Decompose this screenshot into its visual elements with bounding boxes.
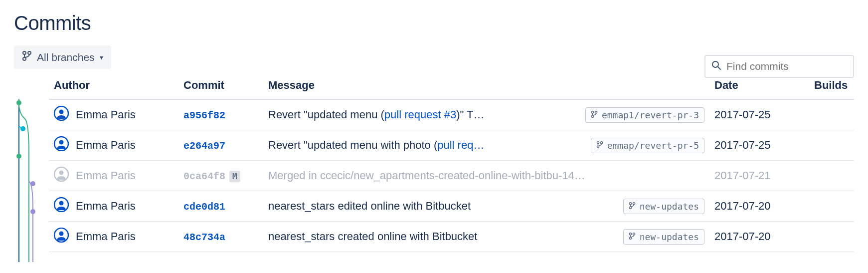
column-header-builds[interactable]: Builds: [809, 73, 854, 99]
commit-hash-link[interactable]: 48c734a: [183, 232, 225, 243]
branch-tag[interactable]: new-updates: [623, 199, 704, 214]
avatar-icon: [54, 197, 69, 215]
commit-hash-link[interactable]: e264a97: [183, 140, 225, 152]
commit-message-text[interactable]: Revert "updated menu (: [268, 108, 384, 121]
chevron-down-icon: ▾: [100, 53, 103, 61]
svg-point-8: [30, 181, 35, 186]
branch-icon: [22, 50, 32, 64]
svg-point-26: [629, 207, 631, 209]
commit-hash-link[interactable]: a956f82: [183, 110, 225, 121]
commit-message-text[interactable]: Revert "updated menu with photo (: [268, 139, 437, 151]
search-icon: [711, 60, 721, 72]
author-name[interactable]: Emma Paris: [76, 230, 136, 243]
branch-icon: [629, 232, 636, 242]
commit-message-text[interactable]: Merged in ccecic/new_apartments-created-…: [268, 169, 585, 182]
column-header-date[interactable]: Date: [709, 73, 809, 99]
commit-hash-link[interactable]: cde0d81: [183, 201, 225, 213]
search-input[interactable]: [725, 60, 847, 73]
avatar-icon: [54, 228, 69, 246]
author-name[interactable]: Emma Paris: [76, 169, 136, 182]
author-name[interactable]: Emma Paris: [76, 108, 136, 121]
commit-date: 2017-07-25: [714, 139, 771, 151]
commit-message-text[interactable]: nearest_stars created online with Bitbuc…: [268, 230, 477, 243]
svg-point-29: [629, 233, 631, 235]
avatar-icon: [54, 106, 69, 124]
builds-cell: [809, 191, 854, 222]
svg-point-5: [16, 100, 21, 105]
builds-cell: [809, 99, 854, 130]
svg-point-17: [597, 141, 599, 143]
branch-tag[interactable]: new-updates: [623, 229, 704, 245]
svg-point-19: [597, 146, 599, 148]
branch-tag-label: new-updates: [640, 201, 699, 212]
svg-point-0: [23, 51, 26, 54]
branch-icon: [591, 110, 598, 120]
merge-badge: M: [229, 171, 240, 182]
pull-request-link[interactable]: pull request #3: [384, 108, 456, 121]
svg-point-6: [20, 126, 25, 131]
svg-point-28: [59, 232, 64, 236]
branch-icon: [596, 140, 603, 151]
svg-point-21: [59, 171, 64, 175]
branch-tag-label: emmap/revert-pr-5: [607, 140, 699, 151]
commit-hash-link[interactable]: 0ca64f8: [183, 171, 225, 182]
table-row: Emma Paris e264a97Revert "updated menu w…: [49, 130, 854, 161]
avatar-icon: [54, 136, 69, 154]
branch-selector-label: All branches: [37, 51, 95, 63]
branch-icon: [629, 201, 636, 212]
commits-table: Author Commit Message Date Builds Emma P…: [49, 73, 854, 252]
author-name[interactable]: Emma Paris: [76, 139, 136, 152]
svg-point-18: [600, 141, 602, 143]
pull-request-link[interactable]: pull req…: [437, 139, 484, 151]
svg-point-30: [633, 233, 635, 235]
branch-tag[interactable]: emmap1/revert-pr-3: [585, 107, 704, 123]
page-title: Commits: [14, 12, 854, 34]
author-name[interactable]: Emma Paris: [76, 200, 136, 213]
svg-point-11: [59, 110, 64, 114]
table-row: Emma Paris 48c734anearest_stars created …: [49, 222, 854, 252]
table-row: Emma Paris cde0d81nearest_stars edited o…: [49, 191, 854, 222]
commit-graph: [14, 73, 49, 252]
svg-point-16: [59, 140, 64, 145]
builds-cell: [809, 222, 854, 252]
svg-point-23: [59, 201, 64, 206]
column-header-author[interactable]: Author: [49, 73, 178, 99]
svg-point-9: [30, 209, 35, 214]
builds-cell: [809, 161, 854, 191]
commit-date: 2017-07-21: [714, 169, 771, 182]
svg-point-2: [23, 57, 26, 60]
svg-point-25: [633, 202, 635, 204]
commit-message-suffix: )" T…: [456, 108, 484, 121]
commit-date: 2017-07-20: [714, 230, 771, 243]
svg-line-4: [718, 67, 720, 69]
table-row: Emma Paris 0ca64f8MMerged in ccecic/new_…: [49, 161, 854, 191]
branch-tag-label: new-updates: [640, 232, 699, 242]
svg-point-7: [16, 154, 21, 159]
avatar-icon: [54, 167, 69, 185]
column-header-message[interactable]: Message: [263, 73, 709, 99]
commit-message-text[interactable]: nearest_stars edited online with Bitbuck…: [268, 200, 471, 212]
table-row: Emma Paris a956f82Revert "updated menu (…: [49, 99, 854, 130]
svg-point-24: [629, 202, 631, 204]
commit-date: 2017-07-20: [714, 200, 771, 212]
svg-point-14: [591, 115, 593, 117]
branch-tag[interactable]: emmap/revert-pr-5: [591, 138, 704, 153]
svg-point-3: [712, 61, 718, 67]
builds-cell: [809, 130, 854, 161]
svg-point-12: [591, 111, 593, 113]
column-header-commit[interactable]: Commit: [178, 73, 263, 99]
branch-selector-button[interactable]: All branches ▾: [14, 45, 111, 69]
svg-point-1: [28, 51, 31, 54]
svg-point-13: [595, 111, 597, 113]
branch-tag-label: emmap1/revert-pr-3: [602, 110, 699, 120]
svg-point-31: [629, 237, 631, 239]
commit-date: 2017-07-25: [714, 108, 771, 121]
